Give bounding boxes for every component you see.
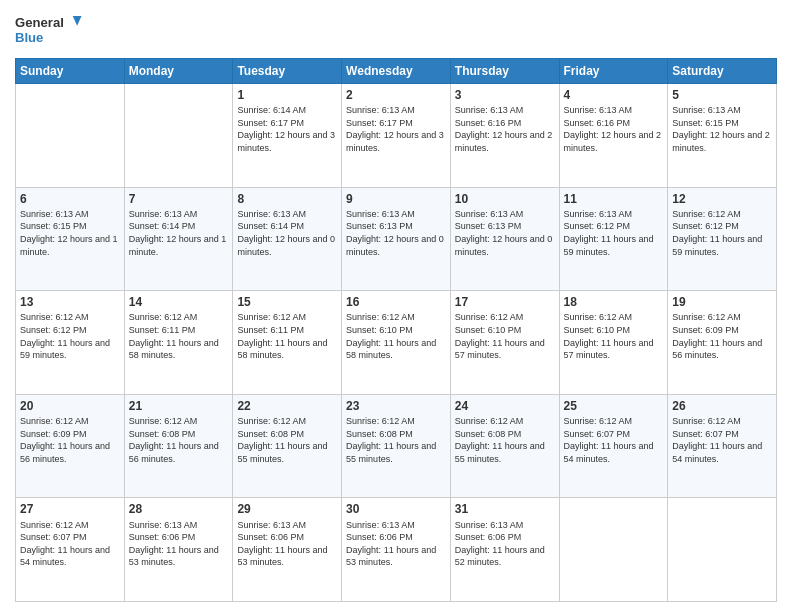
svg-marker-2 (73, 16, 82, 26)
day-info: Sunrise: 6:13 AM Sunset: 6:16 PM Dayligh… (564, 104, 664, 154)
day-number: 16 (346, 294, 446, 310)
day-number: 8 (237, 191, 337, 207)
calendar-cell: 30Sunrise: 6:13 AM Sunset: 6:06 PM Dayli… (342, 498, 451, 602)
day-info: Sunrise: 6:12 AM Sunset: 6:08 PM Dayligh… (129, 415, 229, 465)
calendar-cell: 17Sunrise: 6:12 AM Sunset: 6:10 PM Dayli… (450, 291, 559, 395)
day-number: 19 (672, 294, 772, 310)
day-number: 24 (455, 398, 555, 414)
svg-text:Blue: Blue (15, 30, 43, 45)
calendar-cell: 24Sunrise: 6:12 AM Sunset: 6:08 PM Dayli… (450, 394, 559, 498)
day-number: 21 (129, 398, 229, 414)
day-number: 31 (455, 501, 555, 517)
calendar-cell: 4Sunrise: 6:13 AM Sunset: 6:16 PM Daylig… (559, 84, 668, 188)
day-info: Sunrise: 6:14 AM Sunset: 6:17 PM Dayligh… (237, 104, 337, 154)
day-info: Sunrise: 6:12 AM Sunset: 6:07 PM Dayligh… (564, 415, 664, 465)
day-info: Sunrise: 6:12 AM Sunset: 6:12 PM Dayligh… (672, 208, 772, 258)
calendar-cell: 10Sunrise: 6:13 AM Sunset: 6:13 PM Dayli… (450, 187, 559, 291)
calendar-cell (124, 84, 233, 188)
calendar-cell: 15Sunrise: 6:12 AM Sunset: 6:11 PM Dayli… (233, 291, 342, 395)
calendar-cell: 31Sunrise: 6:13 AM Sunset: 6:06 PM Dayli… (450, 498, 559, 602)
day-number: 18 (564, 294, 664, 310)
calendar-cell: 13Sunrise: 6:12 AM Sunset: 6:12 PM Dayli… (16, 291, 125, 395)
day-info: Sunrise: 6:12 AM Sunset: 6:09 PM Dayligh… (20, 415, 120, 465)
day-info: Sunrise: 6:13 AM Sunset: 6:06 PM Dayligh… (346, 519, 446, 569)
day-number: 4 (564, 87, 664, 103)
day-number: 2 (346, 87, 446, 103)
calendar-cell: 21Sunrise: 6:12 AM Sunset: 6:08 PM Dayli… (124, 394, 233, 498)
day-number: 13 (20, 294, 120, 310)
day-info: Sunrise: 6:12 AM Sunset: 6:07 PM Dayligh… (20, 519, 120, 569)
day-info: Sunrise: 6:13 AM Sunset: 6:16 PM Dayligh… (455, 104, 555, 154)
day-number: 27 (20, 501, 120, 517)
weekday-header-saturday: Saturday (668, 59, 777, 84)
day-number: 10 (455, 191, 555, 207)
weekday-header-sunday: Sunday (16, 59, 125, 84)
week-row-4: 20Sunrise: 6:12 AM Sunset: 6:09 PM Dayli… (16, 394, 777, 498)
logo-svg: General Blue (15, 10, 85, 50)
day-number: 28 (129, 501, 229, 517)
logo: General Blue (15, 10, 85, 50)
calendar-cell: 12Sunrise: 6:12 AM Sunset: 6:12 PM Dayli… (668, 187, 777, 291)
day-number: 7 (129, 191, 229, 207)
weekday-header-tuesday: Tuesday (233, 59, 342, 84)
day-info: Sunrise: 6:13 AM Sunset: 6:15 PM Dayligh… (672, 104, 772, 154)
day-info: Sunrise: 6:12 AM Sunset: 6:10 PM Dayligh… (564, 311, 664, 361)
calendar-table: SundayMondayTuesdayWednesdayThursdayFrid… (15, 58, 777, 602)
calendar-cell: 7Sunrise: 6:13 AM Sunset: 6:14 PM Daylig… (124, 187, 233, 291)
day-number: 9 (346, 191, 446, 207)
calendar-cell: 11Sunrise: 6:13 AM Sunset: 6:12 PM Dayli… (559, 187, 668, 291)
calendar-cell: 1Sunrise: 6:14 AM Sunset: 6:17 PM Daylig… (233, 84, 342, 188)
weekday-header-row: SundayMondayTuesdayWednesdayThursdayFrid… (16, 59, 777, 84)
calendar-cell: 5Sunrise: 6:13 AM Sunset: 6:15 PM Daylig… (668, 84, 777, 188)
day-number: 30 (346, 501, 446, 517)
day-info: Sunrise: 6:13 AM Sunset: 6:14 PM Dayligh… (129, 208, 229, 258)
day-info: Sunrise: 6:13 AM Sunset: 6:14 PM Dayligh… (237, 208, 337, 258)
weekday-header-thursday: Thursday (450, 59, 559, 84)
week-row-3: 13Sunrise: 6:12 AM Sunset: 6:12 PM Dayli… (16, 291, 777, 395)
day-info: Sunrise: 6:12 AM Sunset: 6:11 PM Dayligh… (129, 311, 229, 361)
day-number: 17 (455, 294, 555, 310)
calendar-cell: 25Sunrise: 6:12 AM Sunset: 6:07 PM Dayli… (559, 394, 668, 498)
day-info: Sunrise: 6:13 AM Sunset: 6:17 PM Dayligh… (346, 104, 446, 154)
week-row-1: 1Sunrise: 6:14 AM Sunset: 6:17 PM Daylig… (16, 84, 777, 188)
day-number: 26 (672, 398, 772, 414)
day-number: 3 (455, 87, 555, 103)
calendar-cell (16, 84, 125, 188)
day-info: Sunrise: 6:13 AM Sunset: 6:12 PM Dayligh… (564, 208, 664, 258)
calendar-cell: 2Sunrise: 6:13 AM Sunset: 6:17 PM Daylig… (342, 84, 451, 188)
calendar-cell: 29Sunrise: 6:13 AM Sunset: 6:06 PM Dayli… (233, 498, 342, 602)
calendar-cell: 27Sunrise: 6:12 AM Sunset: 6:07 PM Dayli… (16, 498, 125, 602)
weekday-header-friday: Friday (559, 59, 668, 84)
day-info: Sunrise: 6:13 AM Sunset: 6:15 PM Dayligh… (20, 208, 120, 258)
day-number: 29 (237, 501, 337, 517)
day-info: Sunrise: 6:13 AM Sunset: 6:06 PM Dayligh… (129, 519, 229, 569)
weekday-header-wednesday: Wednesday (342, 59, 451, 84)
calendar-cell: 20Sunrise: 6:12 AM Sunset: 6:09 PM Dayli… (16, 394, 125, 498)
day-info: Sunrise: 6:12 AM Sunset: 6:08 PM Dayligh… (455, 415, 555, 465)
day-number: 14 (129, 294, 229, 310)
day-info: Sunrise: 6:13 AM Sunset: 6:06 PM Dayligh… (455, 519, 555, 569)
day-number: 22 (237, 398, 337, 414)
calendar-cell: 19Sunrise: 6:12 AM Sunset: 6:09 PM Dayli… (668, 291, 777, 395)
day-info: Sunrise: 6:12 AM Sunset: 6:08 PM Dayligh… (237, 415, 337, 465)
day-info: Sunrise: 6:12 AM Sunset: 6:10 PM Dayligh… (455, 311, 555, 361)
day-number: 11 (564, 191, 664, 207)
day-info: Sunrise: 6:13 AM Sunset: 6:13 PM Dayligh… (455, 208, 555, 258)
calendar-cell (668, 498, 777, 602)
week-row-2: 6Sunrise: 6:13 AM Sunset: 6:15 PM Daylig… (16, 187, 777, 291)
day-number: 15 (237, 294, 337, 310)
calendar-cell: 23Sunrise: 6:12 AM Sunset: 6:08 PM Dayli… (342, 394, 451, 498)
calendar-cell: 28Sunrise: 6:13 AM Sunset: 6:06 PM Dayli… (124, 498, 233, 602)
weekday-header-monday: Monday (124, 59, 233, 84)
day-info: Sunrise: 6:12 AM Sunset: 6:07 PM Dayligh… (672, 415, 772, 465)
day-info: Sunrise: 6:12 AM Sunset: 6:09 PM Dayligh… (672, 311, 772, 361)
day-number: 25 (564, 398, 664, 414)
calendar-cell: 9Sunrise: 6:13 AM Sunset: 6:13 PM Daylig… (342, 187, 451, 291)
day-number: 23 (346, 398, 446, 414)
calendar-cell (559, 498, 668, 602)
calendar-cell: 26Sunrise: 6:12 AM Sunset: 6:07 PM Dayli… (668, 394, 777, 498)
calendar-cell: 14Sunrise: 6:12 AM Sunset: 6:11 PM Dayli… (124, 291, 233, 395)
svg-text:General: General (15, 15, 64, 30)
day-number: 1 (237, 87, 337, 103)
day-number: 6 (20, 191, 120, 207)
